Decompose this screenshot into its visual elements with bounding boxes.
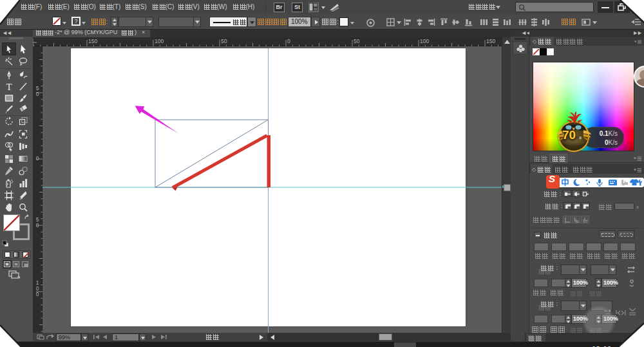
svg-text:0: 0 xyxy=(36,155,39,162)
svg-text:100: 100 xyxy=(420,38,429,44)
svg-text:50: 50 xyxy=(354,38,360,44)
svg-text:150: 150 xyxy=(486,38,495,44)
svg-text:0: 0 xyxy=(36,222,39,229)
svg-text:100: 100 xyxy=(155,38,164,44)
svg-text:0: 0 xyxy=(36,91,39,97)
svg-text:0: 0 xyxy=(287,38,290,44)
svg-text:T: T xyxy=(6,82,12,91)
svg-text:150: 150 xyxy=(88,38,97,44)
svg-text:0: 0 xyxy=(36,291,39,297)
svg-text:50: 50 xyxy=(221,38,227,44)
